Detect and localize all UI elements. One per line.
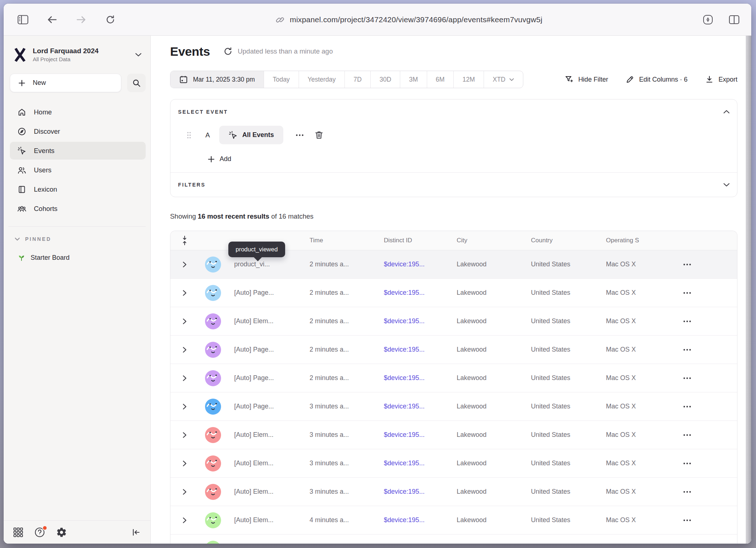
trash-icon[interactable] bbox=[315, 130, 323, 140]
date-picker-segment[interactable]: Mar 11, 2025 3:30 pm bbox=[170, 71, 264, 88]
row-menu-button[interactable] bbox=[677, 431, 737, 439]
sidebar-item-discover[interactable]: Discover bbox=[10, 122, 146, 140]
page-settings-icon[interactable] bbox=[702, 13, 714, 26]
row-expand-button[interactable] bbox=[170, 261, 198, 268]
sidebar-item-home[interactable]: Home bbox=[10, 103, 146, 121]
distinct-id-link[interactable]: $device:195... bbox=[380, 346, 453, 353]
sort-column-header[interactable] bbox=[170, 235, 198, 246]
date-range-segment[interactable]: 7D bbox=[344, 71, 370, 88]
column-header[interactable]: Country bbox=[527, 237, 602, 244]
hide-filter-button[interactable]: Hide Filter bbox=[565, 75, 608, 84]
table-row[interactable]: [Auto] Elem... 2 minutes a... $device:19… bbox=[170, 307, 737, 336]
table-row[interactable]: [Auto] Page... 2 minutes a... $device:19… bbox=[170, 364, 737, 392]
split-view-icon[interactable] bbox=[728, 13, 740, 26]
table-row[interactable]: [Auto] Page... 2 minutes a... $device:19… bbox=[170, 336, 737, 364]
distinct-id-link[interactable]: $device:195... bbox=[380, 516, 453, 524]
date-range-segment[interactable]: XTD bbox=[484, 71, 523, 88]
os-cell: Mac OS X bbox=[602, 346, 677, 353]
chevron-right-icon bbox=[182, 346, 187, 353]
date-range-segment[interactable]: 3M bbox=[400, 71, 426, 88]
table-row[interactable]: [Auto] Elem... 3 minutes a... $device:19… bbox=[170, 421, 737, 449]
sidebar-toggle-icon[interactable] bbox=[17, 13, 29, 26]
hide-filter-label: Hide Filter bbox=[578, 76, 608, 83]
filters-section[interactable]: FILTERS bbox=[170, 173, 737, 197]
row-expand-button[interactable] bbox=[170, 431, 198, 439]
os-cell: Mac OS X bbox=[602, 459, 677, 467]
distinct-id-link[interactable]: $device:195... bbox=[380, 403, 453, 410]
forward-icon[interactable] bbox=[75, 13, 87, 26]
table-row[interactable]: [Auto] Elem... 3 minutes a... $device:19… bbox=[170, 478, 737, 506]
date-range-segment[interactable]: 6M bbox=[427, 71, 453, 88]
sidebar-item-cohorts[interactable]: Cohorts bbox=[10, 200, 146, 218]
table-row[interactable]: [Auto] Page... 2 minutes a... $device:19… bbox=[170, 279, 737, 307]
page-scrollbar[interactable] bbox=[746, 36, 751, 544]
row-expand-button[interactable] bbox=[170, 289, 198, 297]
row-expand-button[interactable] bbox=[170, 488, 198, 496]
date-range-segment[interactable]: 12M bbox=[453, 71, 484, 88]
new-button[interactable]: New bbox=[10, 74, 121, 92]
date-range-segment[interactable]: 30D bbox=[370, 71, 400, 88]
more-options-icon[interactable] bbox=[295, 131, 304, 140]
row-menu-button[interactable] bbox=[677, 289, 737, 297]
gear-icon[interactable] bbox=[56, 527, 67, 538]
sidebar-item-lexicon[interactable]: Lexicon bbox=[10, 180, 146, 198]
apps-grid-icon[interactable] bbox=[13, 527, 23, 537]
row-menu-button[interactable] bbox=[677, 459, 737, 468]
table-row[interactable]: [Auto] Elem... 3 minutes a... $device:19… bbox=[170, 449, 737, 478]
reload-icon[interactable] bbox=[104, 13, 117, 26]
column-header[interactable]: Operating S bbox=[602, 237, 677, 244]
row-expand-button[interactable] bbox=[170, 346, 198, 353]
back-icon[interactable] bbox=[46, 13, 58, 26]
row-expand-button[interactable] bbox=[170, 375, 198, 382]
table-row[interactable]: [Auto] Page... 3 minutes a... $device:19… bbox=[170, 392, 737, 421]
date-range-segment[interactable]: Yesterday bbox=[299, 71, 344, 88]
column-header[interactable]: Time bbox=[306, 237, 380, 244]
row-menu-button[interactable] bbox=[677, 260, 737, 269]
row-menu-button[interactable] bbox=[677, 345, 737, 354]
plus-icon bbox=[208, 156, 215, 163]
distinct-id-link[interactable]: $device:195... bbox=[380, 261, 453, 268]
edit-columns-button[interactable]: Edit Columns · 6 bbox=[626, 75, 688, 84]
row-expand-button[interactable] bbox=[170, 318, 198, 325]
distinct-id-link[interactable]: $device:195... bbox=[380, 317, 453, 325]
distinct-id-link[interactable]: $device:195... bbox=[380, 488, 453, 496]
export-button[interactable]: Export bbox=[705, 75, 737, 84]
distinct-id-link[interactable]: $device:195... bbox=[380, 459, 453, 467]
search-button[interactable] bbox=[127, 74, 146, 92]
row-menu-button[interactable] bbox=[677, 374, 737, 383]
drag-handle-icon[interactable] bbox=[186, 131, 192, 139]
help-button[interactable] bbox=[34, 527, 45, 538]
ellipsis-icon bbox=[682, 374, 692, 383]
pinned-section-header[interactable]: PINNED bbox=[15, 236, 150, 242]
distinct-id-link[interactable]: $device:195... bbox=[380, 431, 453, 439]
add-event-button[interactable]: Add bbox=[208, 155, 737, 163]
distinct-id-link[interactable]: $device:195... bbox=[380, 374, 453, 382]
city-cell: Lakewood bbox=[453, 516, 527, 524]
table-row[interactable]: [Auto] Elem... 4 minutes a... $device:19… bbox=[170, 506, 737, 535]
project-switcher[interactable]: Lord Farquaad 2024 All Project Data bbox=[13, 47, 142, 63]
table-row[interactable] bbox=[170, 535, 737, 544]
row-expand-button[interactable] bbox=[170, 460, 198, 467]
row-menu-button[interactable] bbox=[677, 402, 737, 411]
users-icon bbox=[17, 166, 27, 175]
event-selector-button[interactable]: All Events bbox=[219, 126, 283, 144]
row-expand-button[interactable] bbox=[170, 403, 198, 410]
row-expand-button[interactable] bbox=[170, 517, 198, 524]
column-header[interactable]: Distinct ID bbox=[380, 237, 453, 244]
nav-item-label: Home bbox=[34, 108, 52, 116]
row-menu-button[interactable] bbox=[677, 317, 737, 326]
sidebar-item-users[interactable]: Users bbox=[10, 161, 146, 179]
chevron-right-icon bbox=[182, 488, 187, 496]
pinned-board-item[interactable]: Starter Board bbox=[17, 254, 150, 262]
chevron-up-icon[interactable] bbox=[723, 110, 730, 114]
row-menu-button[interactable] bbox=[677, 488, 737, 496]
distinct-id-link[interactable]: $device:195... bbox=[380, 289, 453, 297]
column-header[interactable]: City bbox=[453, 237, 527, 244]
date-range-segment[interactable]: Today bbox=[264, 71, 299, 88]
refresh-button[interactable] bbox=[223, 47, 233, 56]
sidebar-item-events[interactable]: Events bbox=[10, 142, 146, 160]
collapse-sidebar-icon[interactable] bbox=[131, 528, 141, 537]
download-icon bbox=[705, 75, 714, 84]
url-bar[interactable]: mixpanel.com/project/3472420/view/397469… bbox=[117, 15, 702, 24]
row-menu-button[interactable] bbox=[677, 516, 737, 525]
